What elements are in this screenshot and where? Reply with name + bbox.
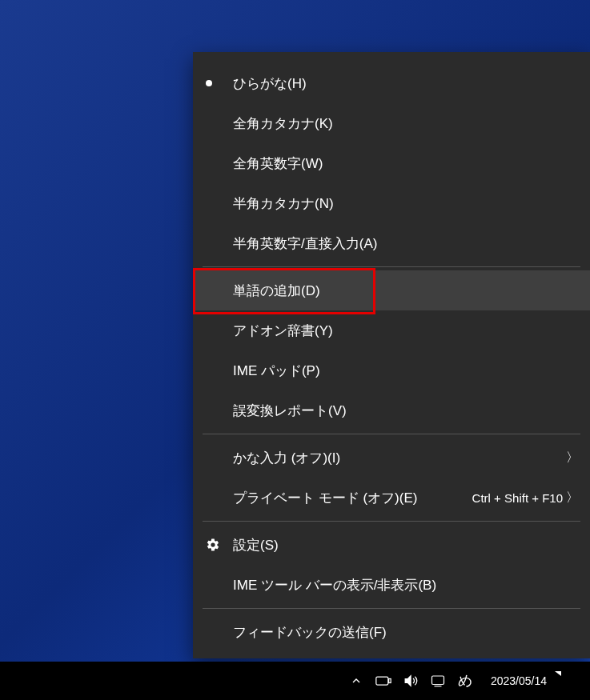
menu-item-label: 半角カタカナ(N) [233,194,577,213]
menu-item-addon-dictionary[interactable]: アドオン辞書(Y) [193,310,590,350]
menu-separator [203,608,580,609]
menu-item-settings[interactable]: 設定(S) [193,525,590,565]
menu-item-label: フィードバックの送信(F) [233,623,577,642]
menu-item-accelerator: Ctrl + Shift + F10 [472,491,563,505]
menu-item-halfwidth-alphanumeric-direct[interactable]: 半角英数字/直接入力(A) [193,223,590,263]
volume-icon[interactable] [403,673,419,689]
menu-separator [203,266,580,267]
chevron-right-icon: 〉 [566,490,577,506]
taskbar: め 2023/05/14 2 [0,662,590,700]
menu-item-misconversion-report[interactable]: 誤変換レポート(V) [193,390,590,430]
network-icon[interactable] [430,673,446,689]
menu-item-label: アドオン辞書(Y) [233,322,577,340]
menu-separator [203,521,580,522]
menu-item-send-feedback[interactable]: フィードバックの送信(F) [193,612,590,652]
menu-item-label: ひらがな(H) [233,74,577,93]
menu-item-label: 設定(S) [233,536,577,554]
chevron-right-icon: 〉 [566,450,577,466]
menu-item-fullwidth-alphanumeric[interactable]: 全角英数字(W) [193,143,590,183]
svg-rect-1 [389,679,391,683]
notification-count: 2 [564,675,584,686]
svg-rect-0 [376,677,388,685]
menu-item-ime-toolbar-toggle[interactable]: IME ツール バーの表示/非表示(B) [193,565,590,605]
gear-icon [206,538,233,552]
menu-item-label: 半角英数字/直接入力(A) [233,234,577,253]
menu-item-fullwidth-katakana[interactable]: 全角カタカナ(K) [193,103,590,143]
menu-item-private-mode[interactable]: プライベート モード (オフ)(E) Ctrl + Shift + F10 〉 [193,478,590,518]
system-tray: め 2023/05/14 2 [348,672,584,690]
menu-item-label: IME ツール バーの表示/非表示(B) [233,576,577,594]
menu-item-label: プライベート モード (オフ)(E) [233,489,472,507]
menu-item-add-word[interactable]: 単語の追加(D) [193,270,590,310]
taskbar-date[interactable]: 2023/05/14 [484,674,553,687]
notification-center-icon[interactable]: 2 [564,672,584,690]
menu-separator [203,434,580,434]
menu-item-kana-input[interactable]: かな入力 (オフ)(I) 〉 [193,438,590,478]
radio-selected-icon [206,80,233,86]
svg-marker-2 [405,676,411,686]
tray-chevron-up-icon[interactable] [348,673,364,689]
ime-context-menu: ひらがな(H) 全角カタカナ(K) 全角英数字(W) 半角カタカナ(N) 半角英… [193,52,590,658]
menu-item-ime-pad[interactable]: IME パッド(P) [193,350,590,390]
ime-indicator[interactable]: め [457,673,473,689]
menu-item-label: かな入力 (オフ)(I) [233,449,566,467]
menu-item-label: 全角カタカナ(K) [233,114,577,133]
menu-item-label: IME パッド(P) [233,362,577,380]
battery-icon[interactable] [375,673,391,689]
menu-item-label: 誤変換レポート(V) [233,402,577,420]
menu-item-halfwidth-katakana[interactable]: 半角カタカナ(N) [193,183,590,223]
svg-rect-3 [431,676,444,685]
menu-item-label: 全角英数字(W) [233,154,577,173]
menu-item-hiragana[interactable]: ひらがな(H) [193,63,590,103]
menu-item-label: 単語の追加(D) [233,282,577,300]
